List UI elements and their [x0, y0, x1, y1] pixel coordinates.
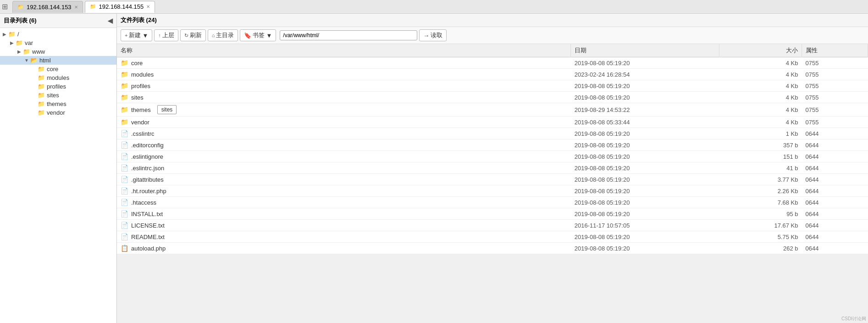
- tree-label-var: var: [25, 39, 33, 46]
- file-size-cell: 41 b: [719, 162, 802, 174]
- table-row[interactable]: 📄.csslintrc2019-08-08 05:19:201 Kb0644: [117, 128, 868, 139]
- path-input[interactable]: [280, 30, 417, 40]
- file-size-cell: 151 b: [719, 151, 802, 162]
- file-name-cell: 📁profiles: [117, 80, 571, 92]
- col-date[interactable]: 日期: [571, 44, 719, 57]
- tree-item-root[interactable]: ▶ 📁 /: [0, 30, 116, 39]
- tree-label-themes: themes: [47, 100, 66, 107]
- bookmark-button[interactable]: 🔖 书签 ▼: [240, 29, 276, 41]
- tree-item-www[interactable]: ▶ 📁 www: [0, 47, 116, 56]
- file-size-cell: 357 b: [719, 139, 802, 151]
- file-name-label: .eslintignore: [131, 153, 163, 160]
- up-icon: ↑: [158, 33, 161, 38]
- tree-item-vendor[interactable]: 📁 vendor: [0, 108, 116, 117]
- table-row[interactable]: 📁profiles2019-08-08 05:19:204 Kb0755: [117, 80, 868, 92]
- file-attr-cell: 0755: [802, 80, 868, 92]
- file-attr-cell: 0755: [802, 117, 868, 128]
- tree-item-var[interactable]: ▶ 📁 var: [0, 39, 116, 47]
- tab1-close-icon[interactable]: ✕: [74, 5, 78, 10]
- new-icon: +: [125, 33, 127, 38]
- file-name-label: themes: [131, 106, 151, 113]
- col-name[interactable]: 名称: [117, 44, 571, 57]
- table-row[interactable]: 📄.gitattributes2019-08-08 05:19:203.77 K…: [117, 174, 868, 185]
- tree-arrow-root: ▶: [2, 32, 7, 37]
- file-size-cell: 4 Kb: [719, 92, 802, 103]
- bookmark-arrow-icon: ▼: [266, 32, 272, 39]
- tree-arrow-core: [31, 67, 37, 72]
- table-row[interactable]: 📄.ht.router.php2019-08-08 05:19:202.26 K…: [117, 185, 868, 197]
- new-button[interactable]: + 新建 ▼: [121, 29, 152, 41]
- file-date-cell: 2019-08-08 05:19:20: [571, 243, 719, 254]
- table-row[interactable]: 📄.eslintrc.json2019-08-08 05:19:2041 b06…: [117, 162, 868, 174]
- file-name-label: .editorconfig: [131, 142, 164, 149]
- bookmark-icon: 🔖: [244, 32, 251, 39]
- home-button[interactable]: ⌂ 主目录: [208, 29, 238, 41]
- tree-item-themes[interactable]: 📁 themes: [0, 100, 116, 108]
- table-row[interactable]: 📄LICENSE.txt2016-11-17 10:57:0517.67 Kb0…: [117, 220, 868, 231]
- tree-arrow-var: ▶: [9, 40, 15, 45]
- sidebar-collapse-button[interactable]: ◀: [108, 17, 113, 24]
- file-name-cell: 📄.eslintignore: [117, 151, 571, 162]
- table-header-row: 名称 日期 大小 属性: [117, 44, 868, 57]
- tree-item-sites[interactable]: 📁 sites: [0, 91, 116, 100]
- table-row[interactable]: 📄INSTALL.txt2019-08-08 05:19:2095 b0644: [117, 208, 868, 220]
- table-row[interactable]: 📁core2019-08-08 05:19:204 Kb0755: [117, 57, 868, 69]
- file-name-label: vendor: [131, 119, 149, 126]
- tree-item-html[interactable]: ▼ 📂 html: [0, 56, 116, 65]
- tab2-close-icon[interactable]: ✕: [146, 4, 150, 9]
- tree-label-core: core: [47, 66, 58, 72]
- file-size-cell: 262 b: [719, 243, 802, 254]
- content-header: 文件列表 (24): [117, 14, 868, 27]
- tree-item-profiles[interactable]: 📁 profiles: [0, 82, 116, 91]
- file-name-label: core: [131, 60, 143, 67]
- file-size-cell: 4 Kb: [719, 69, 802, 80]
- go-button[interactable]: → 读取: [419, 29, 447, 41]
- table-row[interactable]: 📋autoload.php2019-08-08 05:19:20262 b064…: [117, 243, 868, 254]
- file-attr-cell: 0644: [802, 151, 868, 162]
- refresh-icon: ↻: [184, 33, 188, 39]
- file-name-cell: 📁core: [117, 57, 571, 69]
- up-button[interactable]: ↑ 上层: [154, 29, 178, 41]
- refresh-button[interactable]: ↻ 刷新: [180, 29, 206, 41]
- tree-label-www: www: [32, 48, 45, 55]
- tree-folder-www: 📁: [23, 48, 30, 55]
- table-row[interactable]: 📄.editorconfig2019-08-08 05:19:20357 b06…: [117, 139, 868, 151]
- tree-folder-sites: 📁: [38, 92, 45, 99]
- table-row[interactable]: 📁themessites2019-08-29 14:53:224 Kb0755: [117, 103, 868, 117]
- table-row[interactable]: 📄README.txt2019-08-08 05:19:205.75 Kb064…: [117, 231, 868, 243]
- file-attr-cell: 0755: [802, 69, 868, 80]
- file-size-cell: 3.77 Kb: [719, 174, 802, 185]
- file-size-cell: 2.26 Kb: [719, 185, 802, 197]
- tree-item-core[interactable]: 📁 core: [0, 65, 116, 73]
- file-name-label: INSTALL.txt: [131, 211, 163, 217]
- tab1-folder-icon: 📁: [17, 4, 24, 10]
- table-row[interactable]: 📁modules2023-02-24 16:28:544 Kb0755: [117, 69, 868, 80]
- table-row[interactable]: 📁sites2019-08-08 05:19:204 Kb0755: [117, 92, 868, 103]
- go-arrow-icon: →: [423, 32, 429, 39]
- col-size[interactable]: 大小: [719, 44, 802, 57]
- file-name-label: autoload.php: [131, 245, 166, 252]
- col-attr[interactable]: 属性: [802, 44, 868, 57]
- path-bar: → 读取: [280, 29, 447, 41]
- table-row[interactable]: 📁vendor2019-08-08 05:33:444 Kb0755: [117, 117, 868, 128]
- file-size-cell: 5.75 Kb: [719, 231, 802, 243]
- folder-icon: 📁: [121, 82, 128, 89]
- tab-2[interactable]: 📁 192.168.144.155 ✕: [85, 1, 155, 13]
- file-name-cell: 📄.htaccess: [117, 197, 571, 208]
- tree-item-modules[interactable]: 📁 modules: [0, 73, 116, 82]
- file-attr-cell: 0644: [802, 162, 868, 174]
- file-icon: 📋: [121, 245, 128, 252]
- tree-label-profiles: profiles: [47, 83, 66, 90]
- tree-folder-vendor: 📁: [38, 109, 45, 116]
- file-name-cell: 📁sites: [117, 92, 571, 103]
- file-icon: 📄: [121, 199, 128, 206]
- tree-arrow-html: ▼: [24, 58, 29, 63]
- table-row[interactable]: 📄.eslintignore2019-08-08 05:19:20151 b06…: [117, 151, 868, 162]
- file-attr-cell: 0644: [802, 185, 868, 197]
- tree-label-vendor: vendor: [47, 109, 65, 116]
- file-date-cell: 2019-08-08 05:19:20: [571, 128, 719, 139]
- file-date-cell: 2019-08-08 05:19:20: [571, 231, 719, 243]
- file-attr-cell: 0755: [802, 57, 868, 69]
- tab-1[interactable]: 📁 192.168.144.153 ✕: [12, 1, 83, 13]
- table-row[interactable]: 📄.htaccess2019-08-08 05:19:207.68 Kb0644: [117, 197, 868, 208]
